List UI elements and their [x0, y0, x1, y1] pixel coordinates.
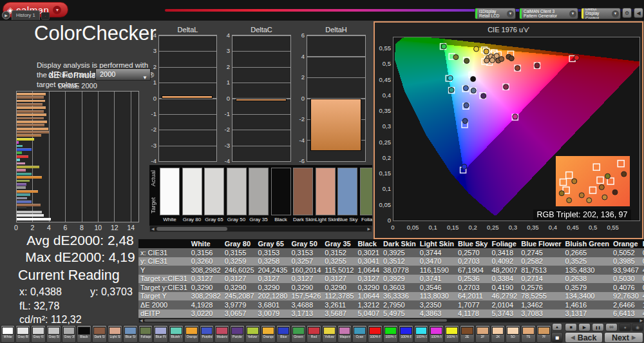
tab-history-1[interactable]: History 1 — [12, 10, 40, 20]
add-tab-button[interactable]: · — [41, 12, 50, 20]
patch-label: Black — [79, 335, 90, 338]
table-cell: 41,8666 — [641, 292, 644, 301]
swatch-label: Gray 65 — [204, 217, 224, 222]
patch-button-2k[interactable]: 2K — [491, 325, 506, 343]
patch-label: 2F — [477, 335, 488, 338]
target-row-label: Target — [150, 197, 156, 213]
record-button[interactable]: ● — [619, 323, 631, 331]
patch-label: 100% Magenta — [431, 335, 442, 338]
patch-color-chip — [415, 327, 428, 335]
patch-button-blue[interactable]: Blue — [276, 325, 291, 343]
patch-button-gray-65[interactable]: Gray 65 — [31, 325, 46, 343]
swatch-label: Blue Sky — [337, 217, 357, 222]
patch-button-dark-skin[interactable]: Dark Skin — [92, 325, 107, 343]
swatch-scrollbar[interactable]: ◀ ▶ — [149, 226, 372, 232]
patch-label: 2E — [462, 335, 472, 338]
patch-label: Purplish Blue — [202, 335, 212, 338]
device-label: X-Rite i1Display Retail LCD (LED) — [479, 8, 506, 19]
patch-label: Cyan — [355, 335, 365, 338]
cie-y-tick: 0,35 — [375, 107, 391, 114]
deltae-x-tick: 10 — [94, 224, 102, 231]
table-cell: 0,3741 — [418, 275, 456, 284]
stop-button[interactable]: ■ — [565, 323, 577, 331]
patch-button-blue-sky[interactable]: Blue Sky — [123, 325, 138, 343]
patch-button-100-cyan[interactable]: 100% Cyan — [414, 325, 429, 343]
swatch-label: Dark Skin — [293, 217, 313, 222]
patch-button-cyan[interactable]: Cyan — [352, 325, 367, 343]
scroll-right-icon[interactable]: ▶ — [639, 318, 643, 323]
patch-button-100-blue[interactable]: 100% Blue — [399, 325, 413, 343]
scroll-left-icon[interactable]: ◀ — [151, 226, 155, 231]
table-scrollbar-thumb[interactable] — [144, 319, 447, 322]
minichart-y-tick: 2 — [220, 63, 230, 70]
record-alt-button[interactable]: ◉ — [632, 323, 643, 331]
patch-button-foliage[interactable]: Foliage — [138, 325, 153, 343]
patch-button-purple[interactable]: Purple — [230, 325, 245, 343]
patch-button-gray-35[interactable]: Gray 35 — [62, 325, 77, 343]
patch-button-100-red[interactable]: 100% Red — [368, 325, 383, 343]
deltae-bar — [17, 110, 44, 113]
patch-button-white[interactable]: White — [1, 325, 15, 343]
de-formula-dropdown[interactable]: 2000 ▼ — [95, 68, 151, 81]
next-button[interactable]: Next ▶ — [604, 332, 643, 343]
patch-button-yellow[interactable]: Yellow — [322, 325, 337, 343]
patch-button-bluish-green[interactable]: Bluish Green — [169, 325, 184, 343]
scroll-left-icon[interactable]: ◀ — [140, 318, 143, 323]
patch-button-purplish-blue[interactable]: Purplish Blue — [200, 325, 214, 343]
table-cell: 245,2087 — [223, 292, 256, 301]
patch-button-100-magenta[interactable]: 100% Magenta — [429, 325, 444, 343]
patch-button-yellow-green[interactable]: Yellow Green — [245, 325, 260, 343]
patch-button-100-yellow[interactable]: 100% Yellow — [444, 325, 459, 343]
patch-color-chip — [430, 327, 442, 335]
patch-button-gray-50[interactable]: Gray 50 — [46, 325, 61, 343]
patch-button-100-green[interactable]: 100% Green — [383, 325, 398, 343]
device-button-0[interactable]: X-Rite i1Display Retail LCD (LED)▼ — [475, 8, 516, 19]
table-scrollbar[interactable]: ◀ ▶ — [138, 318, 644, 323]
swatch-label: Foliage — [360, 217, 373, 222]
patch-button-magenta[interactable]: Magenta — [337, 325, 352, 343]
minichart-bar — [236, 99, 287, 102]
patch-button-orange-yellow[interactable]: Orange Yellow — [261, 325, 276, 343]
patch-button-gray-80[interactable]: Gray 80 — [15, 325, 30, 343]
device-button-2[interactable]: Direct Display Control▼ — [581, 8, 621, 19]
current-reading-heading: Current Reading — [18, 268, 120, 284]
swatch-gray-65: Gray 65 — [204, 168, 224, 222]
continuous-read-button[interactable]: ∞ — [605, 323, 618, 331]
patch-list-up-button[interactable]: ▲ — [552, 323, 562, 331]
minichart-y-tick: 6 — [294, 32, 305, 39]
patch-button-orange[interactable]: Orange — [184, 325, 199, 343]
collapse-button[interactable]: ◀ — [634, 8, 643, 18]
patch-button-light-skin[interactable]: Light Skin — [108, 325, 122, 343]
table-cell: 0,4190 — [489, 283, 519, 292]
patch-button-black[interactable]: Black — [77, 325, 91, 343]
patch-button-blue-flower[interactable]: Blue Flower — [153, 325, 168, 343]
table-cell: 2,7950 — [381, 300, 418, 309]
settings-button[interactable]: ⚙ — [622, 8, 632, 18]
table-row-label: dEITP — [138, 309, 189, 318]
cie-x-tick: 0,55 — [607, 224, 619, 231]
scroll-right-icon[interactable]: ▶ — [367, 226, 370, 231]
device-button-1[interactable]: CalMAN Client 3 Pattern Generator▼ — [519, 8, 578, 19]
patch-label: Blue Sky — [125, 335, 135, 338]
pause-button[interactable]: ❚❚ — [592, 323, 604, 331]
patch-button-2f[interactable]: 2F — [475, 325, 490, 343]
swatch-scrollbar-thumb[interactable] — [156, 227, 227, 231]
deltae-bar — [17, 148, 32, 151]
table-cell: 3,7083 — [519, 309, 563, 318]
patch-button-5o[interactable]: 5O — [506, 325, 520, 343]
patch-button-7f[interactable]: 7F — [536, 325, 551, 343]
cie-x-tick: 0,45 — [567, 224, 579, 231]
back-button[interactable]: ◀ Back — [565, 332, 603, 343]
patch-label: Green — [294, 335, 304, 338]
workflow-menu-button[interactable]: ▶ — [2, 11, 10, 19]
patch-button-7s[interactable]: 7S — [521, 325, 536, 343]
patch-button-red[interactable]: Red — [307, 325, 321, 343]
patch-button-green[interactable]: Green — [291, 325, 306, 343]
patch-label: 5O — [508, 335, 518, 338]
cie-x-tick: 0,4 — [549, 224, 557, 231]
patch-button-moderate-red[interactable]: Moderate Red — [214, 325, 229, 343]
play-button[interactable]: ▶ — [578, 323, 591, 331]
patch-button-2e[interactable]: 2E — [460, 325, 475, 343]
pattern-window-button[interactable]: ■ — [551, 332, 563, 343]
swatch-label: Gray 80 — [182, 217, 202, 222]
